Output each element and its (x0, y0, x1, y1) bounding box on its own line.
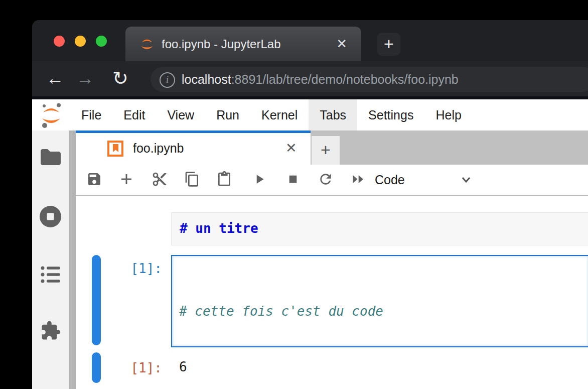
run-cell-icon[interactable] (251, 171, 268, 188)
output-value: 6 (179, 359, 187, 374)
markdown-cell-editor[interactable]: # un titre (171, 212, 588, 245)
macos-close-button[interactable] (54, 36, 65, 47)
url-path: :8891/lab/tree/demo/notebooks/foo.ipynb (231, 72, 459, 86)
code-blank-line (179, 361, 383, 381)
paste-cells-icon[interactable] (216, 171, 233, 188)
notebook-tab-label: foo.ipynb (133, 133, 184, 165)
code-cell-editor[interactable]: # cette fois c'est du code L = [1, 2, 3]… (171, 255, 588, 347)
menu-help[interactable]: Help (424, 99, 472, 131)
menu-view[interactable]: View (156, 99, 205, 131)
jupyterlab-menubar: FileEditViewRunKernelTabsSettingsHelp (32, 99, 588, 131)
notebook-toolbar: Code (76, 165, 588, 196)
copy-cells-icon[interactable] (184, 171, 201, 188)
browser-tabstrip: foo.ipynb - JupyterLab ✕ + (32, 20, 588, 61)
cell-type-select[interactable]: Code (375, 165, 405, 195)
notebook-tab[interactable]: foo.ipynb ✕ (76, 131, 311, 165)
jupyterlab-app: FileEditViewRunKernelTabsSettingsHelp (32, 99, 588, 389)
jupyter-favicon (138, 36, 156, 53)
document-tabbar: foo.ipynb ✕ + (76, 131, 588, 165)
notebook-tab-close-icon[interactable]: ✕ (285, 133, 297, 165)
browser-tab-title: foo.ipynb - JupyterLab (162, 27, 280, 61)
output-prompt: [1]: (105, 360, 162, 375)
output-collapser[interactable] (92, 352, 101, 383)
forward-icon[interactable]: → (74, 61, 96, 96)
url-text[interactable]: localhost:8891/lab/tree/demo/notebooks/f… (182, 67, 459, 92)
url-host: localhost (182, 72, 231, 86)
reload-icon[interactable]: ↻ (109, 61, 131, 96)
code-comment-line: # cette fois c'est du code (179, 301, 383, 321)
left-sidebar (32, 131, 69, 389)
notebook-icon (107, 140, 124, 157)
site-info-icon[interactable]: i (160, 72, 175, 88)
browser-navbar: ← → ↻ i localhost:8891/lab/tree/demo/not… (32, 61, 588, 96)
screenshot: foo.ipynb - JupyterLab ✕ + ← → ↻ i local… (0, 0, 588, 389)
new-tab-button[interactable]: + (377, 33, 400, 56)
menu-file[interactable]: File (70, 99, 112, 131)
run-all-cells-icon[interactable] (350, 171, 367, 188)
browser-tab[interactable]: foo.ipynb - JupyterLab ✕ (125, 27, 361, 61)
notebook-panel: # un titre [1]: # cette fois c'est du co… (76, 196, 588, 389)
menu-tabs[interactable]: Tabs (309, 99, 357, 131)
macos-minimize-button[interactable] (75, 36, 86, 47)
add-cell-icon[interactable] (118, 171, 135, 188)
address-bar[interactable]: i localhost:8891/lab/tree/demo/notebooks… (151, 67, 588, 92)
jupyter-logo (40, 102, 63, 128)
input-prompt: [1]: (105, 261, 162, 276)
markdown-source: # un titre (180, 213, 258, 244)
restart-kernel-icon[interactable] (317, 171, 334, 188)
dock-panel: foo.ipynb ✕ + (76, 131, 588, 389)
menu-items: FileEditViewRunKernelTabsSettingsHelp (70, 99, 473, 131)
running-kernels-icon[interactable] (32, 205, 69, 230)
input-collapser[interactable] (92, 255, 101, 345)
main-area: foo.ipynb ✕ + (32, 131, 588, 389)
extension-manager-icon[interactable] (32, 320, 69, 343)
file-browser-icon[interactable] (32, 148, 69, 169)
menu-run[interactable]: Run (205, 99, 250, 131)
cut-cells-icon[interactable] (151, 171, 168, 188)
macos-zoom-button[interactable] (96, 36, 107, 47)
save-icon[interactable] (86, 171, 103, 188)
interrupt-kernel-icon[interactable] (284, 171, 302, 188)
menu-kernel[interactable]: Kernel (250, 99, 309, 131)
menu-settings[interactable]: Settings (357, 99, 424, 131)
browser-window: foo.ipynb - JupyterLab ✕ + ← → ↻ i local… (32, 20, 588, 389)
chevron-down-icon[interactable] (459, 174, 473, 186)
code-source: # cette fois c'est du code L = [1, 2, 3]… (179, 261, 383, 389)
new-launcher-button[interactable]: + (312, 136, 340, 165)
back-icon[interactable]: ← (44, 61, 66, 96)
browser-tab-close-icon[interactable]: ✕ (336, 27, 347, 61)
table-of-contents-icon[interactable] (32, 265, 69, 286)
menu-edit[interactable]: Edit (112, 99, 156, 131)
sidebar-splitter[interactable] (69, 131, 76, 389)
